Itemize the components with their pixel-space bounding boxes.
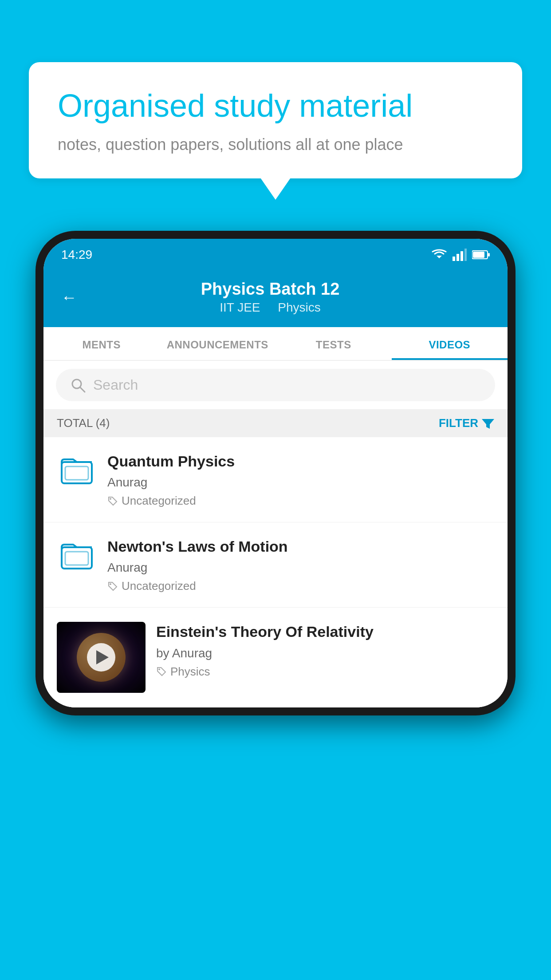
video-title: Newton's Laws of Motion (107, 537, 494, 556)
video-info: Newton's Laws of Motion Anurag Uncategor… (107, 537, 494, 593)
folder-icon (61, 453, 93, 487)
speech-bubble: Organised study material notes, question… (29, 62, 522, 178)
list-item[interactable]: Quantum Physics Anurag Uncategorized (43, 437, 508, 522)
video-author: by Anurag (156, 646, 494, 660)
header-subtitle: IIT JEE Physics (88, 300, 453, 315)
folder-icon (61, 538, 93, 572)
tag-icon (107, 581, 118, 592)
search-icon (70, 377, 86, 393)
search-bar[interactable]: Search (56, 369, 495, 401)
video-thumbnail (57, 622, 146, 693)
status-icons (431, 249, 490, 261)
video-author: Anurag (107, 475, 494, 490)
filter-icon (482, 417, 494, 430)
wifi-icon (431, 249, 447, 261)
signal-icon (453, 249, 467, 261)
status-bar: 14:29 (43, 239, 508, 271)
total-count: TOTAL (4) (57, 416, 110, 430)
tag-label: Physics (170, 665, 210, 679)
svg-rect-1 (453, 257, 455, 261)
status-bar-area: 14:29 (43, 239, 508, 271)
app-header: ← Physics Batch 12 IIT JEE Physics (43, 271, 508, 327)
svg-rect-6 (473, 252, 484, 258)
svg-rect-15 (65, 552, 88, 565)
filter-bar: TOTAL (4) FILTER (43, 409, 508, 437)
svg-point-17 (158, 668, 160, 670)
filter-button[interactable]: FILTER (439, 416, 494, 430)
folder-icon-container (57, 537, 97, 577)
battery-icon (472, 250, 490, 260)
phone-inner: 14:29 (43, 239, 508, 707)
speech-bubble-heading: Organised study material (58, 87, 493, 125)
speech-bubble-container: Organised study material notes, question… (29, 62, 522, 178)
phone-outer: 14:29 (35, 231, 516, 715)
svg-point-16 (110, 583, 111, 585)
tab-ments[interactable]: MENTS (43, 327, 160, 360)
svg-line-9 (80, 387, 85, 392)
speech-bubble-subtext: notes, question papers, solutions all at… (58, 135, 493, 154)
video-info: Quantum Physics Anurag Uncategorized (107, 451, 494, 508)
video-author: Anurag (107, 561, 494, 575)
svg-rect-2 (457, 254, 459, 261)
tag-label: Uncategorized (122, 579, 196, 593)
list-item[interactable]: Einstein's Theory Of Relativity by Anura… (43, 608, 508, 707)
filter-label: FILTER (439, 416, 478, 430)
video-title: Quantum Physics (107, 451, 494, 471)
folder-icon-container (57, 451, 97, 491)
svg-rect-4 (464, 249, 467, 261)
subtitle-part2: Physics (278, 300, 320, 314)
svg-rect-3 (460, 251, 463, 261)
header-title: Physics Batch 12 (88, 280, 453, 299)
video-tag: Uncategorized (107, 579, 494, 593)
tab-tests[interactable]: TESTS (276, 327, 392, 360)
tab-videos[interactable]: VIDEOS (392, 327, 508, 360)
tag-icon (156, 666, 167, 677)
back-button[interactable]: ← (61, 288, 77, 307)
tag-label: Uncategorized (122, 494, 196, 508)
video-info: Einstein's Theory Of Relativity by Anura… (156, 622, 494, 678)
video-tag: Physics (156, 665, 494, 679)
phone-mockup: 14:29 (35, 231, 516, 980)
thumbnail-overlay (57, 622, 146, 693)
video-tag: Uncategorized (107, 494, 494, 508)
video-list: Quantum Physics Anurag Uncategorized (43, 437, 508, 707)
svg-marker-0 (437, 256, 442, 258)
list-item[interactable]: Newton's Laws of Motion Anurag Uncategor… (43, 522, 508, 608)
tabs-bar: MENTS ANNOUNCEMENTS TESTS VIDEOS (43, 327, 508, 361)
svg-rect-7 (488, 253, 490, 257)
svg-point-13 (110, 498, 111, 500)
play-triangle-icon (96, 650, 109, 664)
header-title-block: Physics Batch 12 IIT JEE Physics (88, 280, 453, 315)
tag-icon (107, 496, 118, 506)
status-time: 14:29 (61, 248, 92, 262)
tab-announcements[interactable]: ANNOUNCEMENTS (160, 327, 276, 360)
play-button[interactable] (87, 643, 115, 672)
search-placeholder: Search (93, 377, 138, 393)
search-bar-container: Search (43, 361, 508, 409)
video-title: Einstein's Theory Of Relativity (156, 622, 494, 641)
svg-rect-12 (65, 466, 88, 480)
subtitle-part1: IIT JEE (220, 300, 260, 314)
svg-marker-10 (482, 419, 494, 429)
